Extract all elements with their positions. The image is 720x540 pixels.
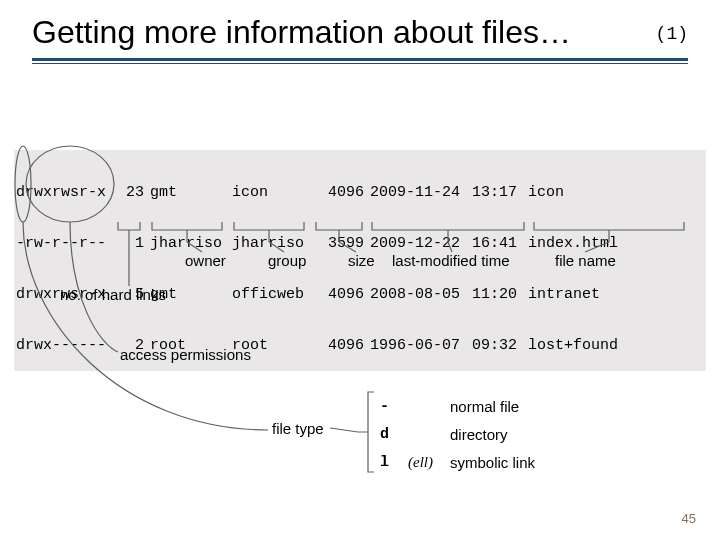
- cell-time: 09:32: [472, 337, 528, 354]
- cell-time: 11:20: [472, 286, 528, 303]
- label-accessperm: access permissions: [120, 346, 251, 363]
- cell-group: jharriso: [232, 235, 314, 252]
- filetype-desc: symbolic link: [450, 454, 535, 471]
- cell-group: officweb: [232, 286, 314, 303]
- filetype-symbol: d: [380, 426, 408, 443]
- filetype-symbol: l: [380, 454, 408, 471]
- filetype-key: - normal file d directory l (ell) symbol…: [380, 392, 535, 476]
- cell-perm: drwx------: [16, 337, 116, 354]
- cell-links: 23: [116, 184, 150, 201]
- filetype-desc: normal file: [450, 398, 519, 415]
- svg-line-2: [330, 428, 358, 432]
- cell-perm: -rw-r--r--: [16, 235, 116, 252]
- table-row: drwxrwsr-x 23 gmt icon 4096 2009-11-24 1…: [16, 184, 704, 201]
- cell-group: icon: [232, 184, 314, 201]
- table-row: -rw-r--r-- 1 jharriso jharriso 3599 2009…: [16, 235, 704, 252]
- page-title: Getting more information about files…: [32, 14, 571, 50]
- filetype-desc: directory: [450, 426, 508, 443]
- cell-owner: gmt: [150, 184, 232, 201]
- filetype-row: d directory: [380, 420, 535, 448]
- slide-number: 45: [682, 511, 696, 526]
- label-filetype: file type: [272, 420, 324, 437]
- cell-size: 4096: [314, 286, 370, 303]
- label-hardlinks: no. of hard links: [60, 286, 166, 303]
- filetype-ell: (ell): [408, 454, 450, 471]
- cell-time: 13:17: [472, 184, 528, 201]
- cell-date: 1996-06-07: [370, 337, 472, 354]
- cell-size: 3599: [314, 235, 370, 252]
- filetype-symbol: -: [380, 398, 408, 415]
- cell-name: intranet: [528, 286, 704, 303]
- cell-date: 2009-12-22: [370, 235, 472, 252]
- cell-date: 2009-11-24: [370, 184, 472, 201]
- cell-date: 2008-08-05: [370, 286, 472, 303]
- filetype-row: l (ell) symbolic link: [380, 448, 535, 476]
- label-owner: owner: [185, 252, 226, 269]
- title-annotation: (1): [656, 24, 688, 44]
- label-filename: file name: [555, 252, 616, 269]
- cell-owner: jharriso: [150, 235, 232, 252]
- cell-links: 1: [116, 235, 150, 252]
- label-group: group: [268, 252, 306, 269]
- cell-name: lost+found: [528, 337, 704, 354]
- cell-time: 16:41: [472, 235, 528, 252]
- filetype-row: - normal file: [380, 392, 535, 420]
- cell-size: 4096: [314, 337, 370, 354]
- cell-name: index.html: [528, 235, 704, 252]
- label-lastmod: last-modified time: [392, 252, 510, 269]
- cell-perm: drwxrwsr-x: [16, 184, 116, 201]
- cell-size: 4096: [314, 184, 370, 201]
- label-size: size: [348, 252, 375, 269]
- title-rule: [32, 58, 688, 64]
- cell-name: icon: [528, 184, 704, 201]
